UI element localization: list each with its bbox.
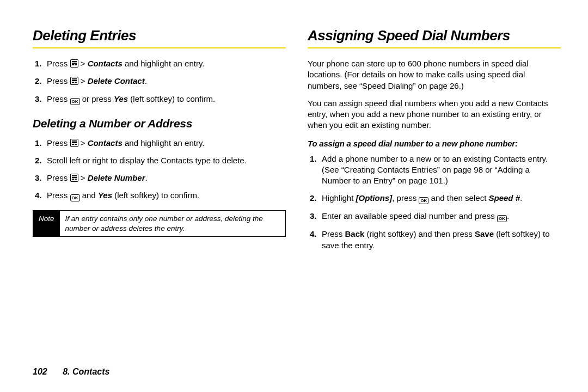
text: > — [78, 173, 88, 182]
text: (right softkey) and then press — [364, 229, 475, 238]
step: Press Back (right softkey) and then pres… — [308, 229, 561, 251]
right-column: Assigning Speed Dial Numbers Your phone … — [308, 27, 561, 343]
bold: Delete Contact — [88, 76, 145, 85]
step: Enter an available speed dial number and… — [308, 211, 561, 222]
yellow-rule — [33, 47, 286, 48]
note-text: If an entry contains only one number or … — [60, 211, 285, 236]
text: Press — [47, 191, 70, 200]
page-footer: 102 8. Contacts — [33, 367, 109, 377]
text: Press — [47, 173, 70, 182]
ok-icon: OK — [70, 194, 80, 201]
bold: Yes — [98, 191, 112, 200]
text: (left softkey) to confirm. — [128, 94, 215, 103]
menu-icon — [70, 174, 78, 182]
menu-icon — [70, 77, 78, 85]
page-columns: Deleting Entries Press > Contacts and hi… — [33, 27, 561, 343]
bold: Save — [475, 229, 494, 238]
text: Press — [47, 59, 70, 68]
text: Enter an available speed dial number and… — [322, 211, 497, 220]
text: and highlight an entry. — [122, 59, 205, 68]
ok-icon: OK — [70, 98, 80, 105]
page-number: 102 — [33, 367, 47, 376]
note-label: Note — [33, 211, 60, 236]
heading-deleting-entries: Deleting Entries — [33, 27, 286, 44]
text: and then select — [428, 193, 488, 203]
text: Highlight — [322, 193, 356, 203]
text: and — [80, 191, 98, 200]
step: Highlight [Options], press OK and then s… — [308, 193, 561, 204]
text: Press — [47, 138, 70, 148]
paragraph: Your phone can store up to 600 phone num… — [308, 58, 561, 91]
text: and highlight an entry. — [122, 138, 205, 148]
text: . — [507, 211, 509, 220]
text: , press — [392, 193, 419, 203]
section-title: 8. Contacts — [63, 367, 109, 376]
text: Press — [322, 229, 345, 238]
steps-delete-number: Press > Contacts and highlight an entry.… — [33, 138, 286, 202]
text: > — [78, 76, 88, 85]
text: Press — [47, 94, 70, 103]
bold: Delete Number — [88, 173, 145, 182]
step: Scroll left or right to display the Cont… — [33, 155, 286, 166]
step: Press > Contacts and highlight an entry. — [33, 58, 286, 69]
lead-in: To assign a speed dial number to a new p… — [308, 139, 561, 148]
step: Press > Delete Number. — [33, 173, 286, 183]
step: Add a phone number to a new or to an exi… — [308, 154, 561, 187]
text: or press — [80, 94, 114, 103]
note-box: Note If an entry contains only one numbe… — [33, 210, 286, 237]
bold: Contacts — [88, 138, 122, 148]
text: (left softkey) to confirm. — [112, 191, 199, 200]
bold: Contacts — [88, 59, 122, 68]
bold: Back — [345, 229, 365, 238]
text: . — [145, 76, 147, 85]
step: Press OK and Yes (left softkey) to confi… — [33, 190, 286, 201]
ok-icon: OK — [497, 215, 507, 222]
ok-icon: OK — [419, 197, 428, 204]
text: > — [78, 138, 88, 148]
step: Press > Delete Contact. — [33, 76, 286, 87]
bold: [Options] — [356, 193, 393, 203]
bold: Yes — [114, 94, 128, 103]
heading-speed-dial: Assigning Speed Dial Numbers — [308, 27, 561, 44]
heading-deleting-number: Deleting a Number or Address — [33, 117, 286, 130]
paragraph: You can assign speed dial numbers when y… — [308, 98, 561, 131]
yellow-rule — [308, 47, 561, 48]
text: . — [145, 173, 148, 182]
text: Press — [47, 76, 70, 85]
menu-icon — [70, 59, 78, 68]
text: . — [520, 193, 522, 203]
bold: Speed # — [488, 193, 520, 203]
step: Press OK or press Yes (left softkey) to … — [33, 94, 286, 105]
steps-delete-entry: Press > Contacts and highlight an entry.… — [33, 58, 286, 105]
step: Press > Contacts and highlight an entry. — [33, 138, 286, 149]
text: > — [78, 59, 88, 68]
steps-assign-speed-dial: Add a phone number to a new or to an exi… — [308, 154, 561, 251]
left-column: Deleting Entries Press > Contacts and hi… — [33, 27, 286, 343]
menu-icon — [70, 139, 78, 147]
